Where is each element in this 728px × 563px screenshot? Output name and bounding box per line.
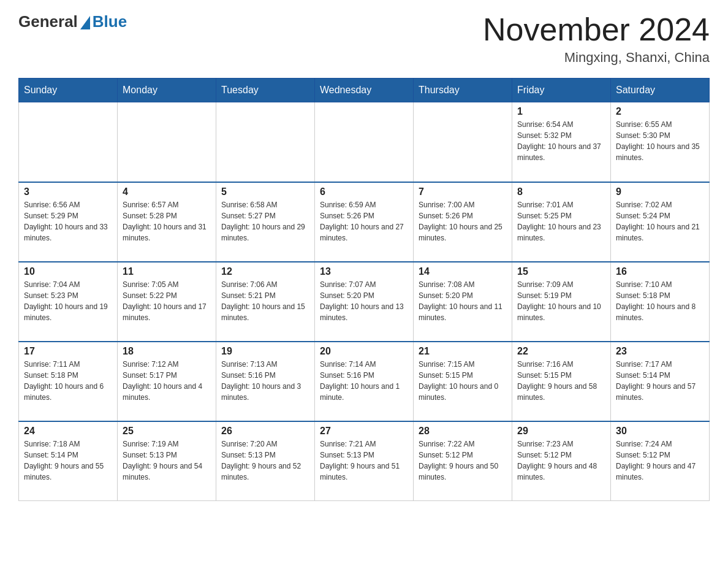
day-info: Sunrise: 6:57 AM Sunset: 5:28 PM Dayligh… xyxy=(123,199,211,243)
day-number: 1 xyxy=(517,106,605,117)
logo-blue-text: Blue xyxy=(93,12,127,31)
day-info: Sunrise: 6:56 AM Sunset: 5:29 PM Dayligh… xyxy=(24,199,112,243)
day-info: Sunrise: 7:17 AM Sunset: 5:14 PM Dayligh… xyxy=(616,359,704,403)
logo-general-text: General xyxy=(18,12,78,31)
day-number: 10 xyxy=(24,266,112,277)
day-info: Sunrise: 6:59 AM Sunset: 5:26 PM Dayligh… xyxy=(320,199,408,243)
day-number: 8 xyxy=(517,186,605,197)
page-header: General Blue November 2024 Mingxing, Sha… xyxy=(18,12,710,66)
day-info: Sunrise: 7:23 AM Sunset: 5:12 PM Dayligh… xyxy=(517,439,605,483)
calendar-day-cell: 12Sunrise: 7:06 AM Sunset: 5:21 PM Dayli… xyxy=(216,262,315,342)
day-number: 29 xyxy=(517,426,605,437)
day-number: 21 xyxy=(419,346,507,357)
title-section: November 2024 Mingxing, Shanxi, China xyxy=(483,12,710,66)
day-number: 15 xyxy=(517,266,605,277)
day-number: 12 xyxy=(221,266,309,277)
day-number: 14 xyxy=(419,266,507,277)
day-number: 13 xyxy=(320,266,408,277)
calendar-day-cell: 11Sunrise: 7:05 AM Sunset: 5:22 PM Dayli… xyxy=(118,262,216,342)
day-number: 3 xyxy=(24,186,112,197)
day-info: Sunrise: 6:55 AM Sunset: 5:30 PM Dayligh… xyxy=(616,119,704,163)
day-info: Sunrise: 7:24 AM Sunset: 5:12 PM Dayligh… xyxy=(616,439,704,483)
calendar-day-cell: 13Sunrise: 7:07 AM Sunset: 5:20 PM Dayli… xyxy=(315,262,414,342)
day-number: 5 xyxy=(221,186,309,197)
day-number: 11 xyxy=(123,266,211,277)
calendar-weekday-header: Wednesday xyxy=(315,79,414,102)
calendar-day-cell: 24Sunrise: 7:18 AM Sunset: 5:14 PM Dayli… xyxy=(19,421,118,501)
calendar-day-cell: 21Sunrise: 7:15 AM Sunset: 5:15 PM Dayli… xyxy=(414,342,512,421)
calendar-day-cell: 2Sunrise: 6:55 AM Sunset: 5:30 PM Daylig… xyxy=(611,102,710,182)
calendar-day-cell xyxy=(118,102,216,182)
day-number: 4 xyxy=(123,186,211,197)
day-info: Sunrise: 7:07 AM Sunset: 5:20 PM Dayligh… xyxy=(320,279,408,323)
day-number: 6 xyxy=(320,186,408,197)
calendar-day-cell: 15Sunrise: 7:09 AM Sunset: 5:19 PM Dayli… xyxy=(512,262,611,342)
calendar-week-row: 3Sunrise: 6:56 AM Sunset: 5:29 PM Daylig… xyxy=(19,182,710,262)
day-info: Sunrise: 7:02 AM Sunset: 5:24 PM Dayligh… xyxy=(616,199,704,243)
day-info: Sunrise: 7:13 AM Sunset: 5:16 PM Dayligh… xyxy=(221,359,309,403)
day-info: Sunrise: 6:54 AM Sunset: 5:32 PM Dayligh… xyxy=(517,119,605,163)
calendar-day-cell: 23Sunrise: 7:17 AM Sunset: 5:14 PM Dayli… xyxy=(611,342,710,421)
calendar-day-cell: 16Sunrise: 7:10 AM Sunset: 5:18 PM Dayli… xyxy=(611,262,710,342)
calendar-day-cell: 7Sunrise: 7:00 AM Sunset: 5:26 PM Daylig… xyxy=(414,182,512,262)
calendar-day-cell: 22Sunrise: 7:16 AM Sunset: 5:15 PM Dayli… xyxy=(512,342,611,421)
day-number: 23 xyxy=(616,346,704,357)
day-number: 17 xyxy=(24,346,112,357)
location-text: Mingxing, Shanxi, China xyxy=(483,50,710,66)
calendar-day-cell: 8Sunrise: 7:01 AM Sunset: 5:25 PM Daylig… xyxy=(512,182,611,262)
day-info: Sunrise: 7:09 AM Sunset: 5:19 PM Dayligh… xyxy=(517,279,605,323)
day-info: Sunrise: 7:00 AM Sunset: 5:26 PM Dayligh… xyxy=(419,199,507,243)
day-number: 16 xyxy=(616,266,704,277)
calendar-day-cell: 27Sunrise: 7:21 AM Sunset: 5:13 PM Dayli… xyxy=(315,421,414,501)
calendar-day-cell: 9Sunrise: 7:02 AM Sunset: 5:24 PM Daylig… xyxy=(611,182,710,262)
calendar-weekday-header: Friday xyxy=(512,79,611,102)
day-info: Sunrise: 6:58 AM Sunset: 5:27 PM Dayligh… xyxy=(221,199,309,243)
day-number: 24 xyxy=(24,426,112,437)
day-number: 26 xyxy=(221,426,309,437)
day-info: Sunrise: 7:11 AM Sunset: 5:18 PM Dayligh… xyxy=(24,359,112,403)
calendar-week-row: 10Sunrise: 7:04 AM Sunset: 5:23 PM Dayli… xyxy=(19,262,710,342)
month-title: November 2024 xyxy=(483,12,710,47)
calendar-day-cell: 20Sunrise: 7:14 AM Sunset: 5:16 PM Dayli… xyxy=(315,342,414,421)
calendar-day-cell xyxy=(414,102,512,182)
calendar-table: SundayMondayTuesdayWednesdayThursdayFrid… xyxy=(18,78,710,501)
calendar-day-cell: 17Sunrise: 7:11 AM Sunset: 5:18 PM Dayli… xyxy=(19,342,118,421)
day-number: 27 xyxy=(320,426,408,437)
calendar-day-cell: 25Sunrise: 7:19 AM Sunset: 5:13 PM Dayli… xyxy=(118,421,216,501)
calendar-day-cell xyxy=(216,102,315,182)
calendar-header-row: SundayMondayTuesdayWednesdayThursdayFrid… xyxy=(19,79,710,102)
day-number: 19 xyxy=(221,346,309,357)
day-info: Sunrise: 7:08 AM Sunset: 5:20 PM Dayligh… xyxy=(419,279,507,323)
day-info: Sunrise: 7:18 AM Sunset: 5:14 PM Dayligh… xyxy=(24,439,112,483)
calendar-weekday-header: Sunday xyxy=(19,79,118,102)
calendar-week-row: 24Sunrise: 7:18 AM Sunset: 5:14 PM Dayli… xyxy=(19,421,710,501)
calendar-day-cell: 26Sunrise: 7:20 AM Sunset: 5:13 PM Dayli… xyxy=(216,421,315,501)
day-number: 9 xyxy=(616,186,704,197)
calendar-weekday-header: Thursday xyxy=(414,79,512,102)
calendar-day-cell: 18Sunrise: 7:12 AM Sunset: 5:17 PM Dayli… xyxy=(118,342,216,421)
calendar-day-cell: 3Sunrise: 6:56 AM Sunset: 5:29 PM Daylig… xyxy=(19,182,118,262)
day-number: 2 xyxy=(616,106,704,117)
day-info: Sunrise: 7:10 AM Sunset: 5:18 PM Dayligh… xyxy=(616,279,704,323)
day-number: 20 xyxy=(320,346,408,357)
calendar-day-cell: 29Sunrise: 7:23 AM Sunset: 5:12 PM Dayli… xyxy=(512,421,611,501)
calendar-day-cell: 10Sunrise: 7:04 AM Sunset: 5:23 PM Dayli… xyxy=(19,262,118,342)
calendar-day-cell: 19Sunrise: 7:13 AM Sunset: 5:16 PM Dayli… xyxy=(216,342,315,421)
calendar-day-cell: 28Sunrise: 7:22 AM Sunset: 5:12 PM Dayli… xyxy=(414,421,512,501)
calendar-weekday-header: Tuesday xyxy=(216,79,315,102)
day-info: Sunrise: 7:19 AM Sunset: 5:13 PM Dayligh… xyxy=(123,439,211,483)
day-number: 25 xyxy=(123,426,211,437)
calendar-day-cell: 4Sunrise: 6:57 AM Sunset: 5:28 PM Daylig… xyxy=(118,182,216,262)
calendar-day-cell: 6Sunrise: 6:59 AM Sunset: 5:26 PM Daylig… xyxy=(315,182,414,262)
calendar-day-cell xyxy=(315,102,414,182)
day-info: Sunrise: 7:14 AM Sunset: 5:16 PM Dayligh… xyxy=(320,359,408,403)
day-number: 28 xyxy=(419,426,507,437)
calendar-week-row: 17Sunrise: 7:11 AM Sunset: 5:18 PM Dayli… xyxy=(19,342,710,421)
day-info: Sunrise: 7:04 AM Sunset: 5:23 PM Dayligh… xyxy=(24,279,112,323)
calendar-day-cell: 1Sunrise: 6:54 AM Sunset: 5:32 PM Daylig… xyxy=(512,102,611,182)
calendar-weekday-header: Monday xyxy=(118,79,216,102)
calendar-day-cell xyxy=(19,102,118,182)
day-number: 30 xyxy=(616,426,704,437)
day-number: 22 xyxy=(517,346,605,357)
day-info: Sunrise: 7:16 AM Sunset: 5:15 PM Dayligh… xyxy=(517,359,605,403)
